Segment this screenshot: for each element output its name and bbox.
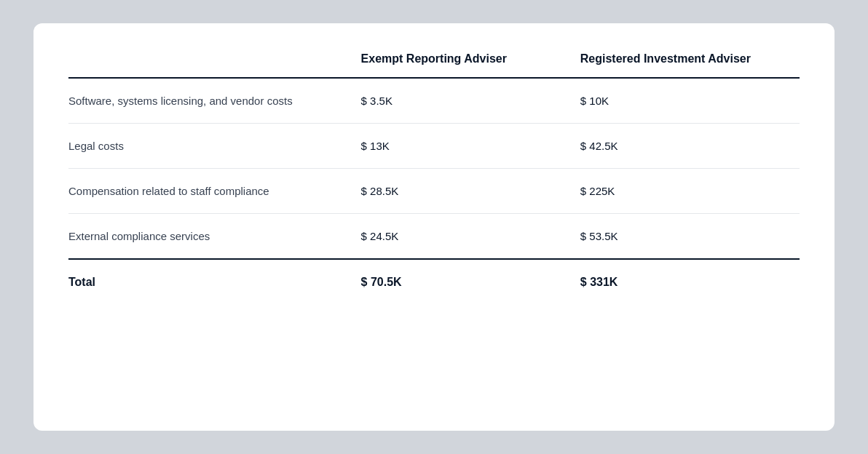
row-category-0: Software, systems licensing, and vendor … — [68, 78, 361, 124]
column-header-exempt: Exempt Reporting Adviser — [361, 52, 580, 78]
comparison-table: Exempt Reporting Adviser Registered Inve… — [68, 52, 800, 305]
card: Exempt Reporting Adviser Registered Inve… — [33, 23, 835, 431]
row-registered-1: $ 42.5K — [580, 124, 800, 169]
table-row: External compliance services $ 24.5K $ 5… — [68, 214, 800, 260]
column-header-category — [68, 52, 361, 78]
total-row: Total $ 70.5K $ 331K — [68, 259, 800, 305]
row-exempt-1: $ 13K — [361, 124, 580, 169]
total-registered: $ 331K — [580, 259, 800, 305]
total-exempt: $ 70.5K — [361, 259, 580, 305]
row-category-2: Compensation related to staff compliance — [68, 169, 361, 214]
row-exempt-0: $ 3.5K — [361, 78, 580, 124]
table-row: Legal costs $ 13K $ 42.5K — [68, 124, 800, 169]
table-row: Compensation related to staff compliance… — [68, 169, 800, 214]
total-label: Total — [68, 259, 361, 305]
row-category-3: External compliance services — [68, 214, 361, 260]
table-row: Software, systems licensing, and vendor … — [68, 78, 800, 124]
row-registered-0: $ 10K — [580, 78, 800, 124]
row-registered-3: $ 53.5K — [580, 214, 800, 260]
row-category-1: Legal costs — [68, 124, 361, 169]
row-exempt-3: $ 24.5K — [361, 214, 580, 260]
row-exempt-2: $ 28.5K — [361, 169, 580, 214]
column-header-registered: Registered Investment Adviser — [580, 52, 800, 78]
row-registered-2: $ 225K — [580, 169, 800, 214]
